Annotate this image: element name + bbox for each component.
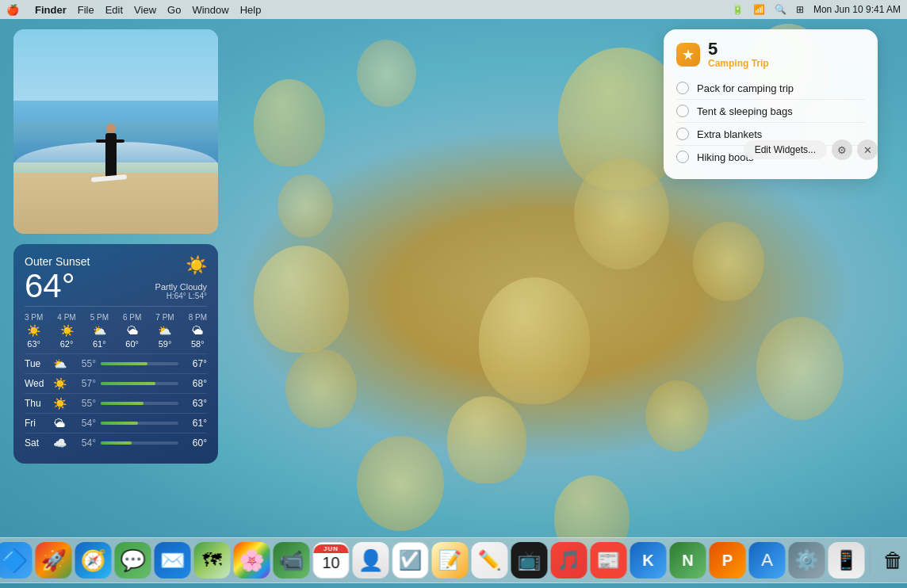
daily-high: 67° (183, 358, 207, 369)
dock-settings[interactable]: ⚙️ (789, 542, 825, 578)
weather-location: Outer Sunset (25, 255, 90, 268)
daily-row: Wed ☀️ 57° 68° (25, 373, 207, 393)
dock-music[interactable]: 🎵 (551, 542, 587, 578)
dock-photos[interactable]: 🌸 (234, 542, 270, 578)
daily-bar-container (101, 362, 178, 365)
daily-weather-icon: ☁️ (52, 437, 67, 449)
go-menu[interactable]: Go (167, 4, 181, 16)
daily-row: Sat ☁️ 54° 60° (25, 433, 207, 452)
dock: 🔷 🚀 🧭 💬 ✉️ 🗺 🌸 📹 JUN 10 👤 ☑️ 📝 (0, 537, 907, 583)
hourly-weather-icon: ⛅ (93, 324, 106, 337)
widget-close-button[interactable]: ✕ (857, 139, 878, 160)
dock-keynote[interactable]: K (630, 542, 667, 578)
weather-hilo: H:64° L:54° (155, 292, 207, 300)
reminder-checkbox[interactable] (676, 82, 689, 94)
widget-controls: Edit Widgets... ⚙ ✕ (744, 139, 878, 160)
reminders-count: 5 (708, 40, 769, 58)
daily-low: 55° (72, 358, 96, 369)
reminder-checkbox[interactable] (676, 105, 689, 117)
reminders-app-icon (676, 43, 700, 67)
view-menu[interactable]: View (134, 4, 156, 16)
dock-pages[interactable]: P (710, 542, 746, 578)
reminder-item: Pack for camping trip (676, 77, 865, 100)
hourly-weather-icon: ☀️ (27, 324, 40, 337)
daily-bar-container (101, 402, 178, 405)
hourly-item: 7 PM ⛅ 59° (155, 313, 174, 349)
hourly-item: 3 PM ☀️ 63° (25, 313, 43, 349)
hourly-time: 7 PM (155, 313, 174, 322)
search-icon[interactable]: 🔍 (775, 4, 786, 15)
daily-low: 54° (72, 418, 96, 429)
daily-bar-container (101, 382, 178, 385)
reminders-header: 5 Camping Trip (676, 40, 865, 69)
hourly-temp: 62° (60, 339, 74, 349)
daily-high: 61° (183, 418, 207, 429)
daily-row: Fri 🌥 54° 61° (25, 413, 207, 433)
apple-menu[interactable]: 🍎 (6, 4, 19, 16)
dock-appletv[interactable]: 📺 (511, 542, 548, 578)
hourly-weather-icon: 🌥 (192, 324, 203, 337)
daily-weather-icon: 🌥 (52, 417, 67, 430)
dock-divider (870, 546, 871, 575)
hourly-forecast: 3 PM ☀️ 63° 4 PM ☀️ 62° 5 PM ⛅ 61° 6 PM … (25, 306, 207, 349)
help-menu[interactable]: Help (240, 4, 262, 16)
dock-calendar[interactable]: JUN 10 (313, 542, 350, 578)
daily-bar (101, 441, 132, 445)
dock-appstore[interactable]: A (749, 542, 786, 578)
reminder-text: Pack for camping trip (697, 82, 794, 94)
dock-facetime[interactable]: 📹 (274, 542, 310, 578)
daily-bar (101, 382, 155, 385)
daily-day: Fri (25, 418, 47, 429)
dock-launchpad[interactable]: 🚀 (36, 542, 72, 578)
hourly-weather-icon: 🌥 (127, 324, 138, 337)
edit-widgets-button[interactable]: Edit Widgets... (744, 140, 827, 159)
dock-notes[interactable]: 📝 (432, 542, 469, 578)
hourly-temp: 63° (27, 339, 40, 349)
dock-safari[interactable]: 🧭 (75, 542, 112, 578)
hourly-weather-icon: ☀️ (60, 324, 74, 337)
file-menu[interactable]: File (78, 4, 94, 16)
photo-widget (13, 29, 218, 234)
daily-weather-icon: ☀️ (52, 397, 67, 410)
dock-contacts[interactable]: 👤 (353, 542, 389, 578)
close-icon: ✕ (863, 144, 872, 156)
reminder-checkbox[interactable] (676, 151, 689, 163)
reminder-text: Tent & sleeping bags (697, 105, 793, 117)
hourly-item: 8 PM 🌥 58° (189, 313, 207, 349)
wifi-icon[interactable]: 📶 (753, 4, 765, 15)
reminder-item: Tent & sleeping bags (676, 100, 865, 123)
hourly-temp: 60° (125, 339, 139, 349)
hourly-item: 4 PM ☀️ 62° (57, 313, 75, 349)
dock-mail[interactable]: ✉️ (155, 542, 191, 578)
dock-reminders[interactable]: ☑️ (392, 542, 429, 578)
daily-bar (101, 362, 147, 365)
daily-day: Wed (25, 378, 47, 389)
reminders-list-name: Camping Trip (708, 58, 769, 69)
dock-news[interactable]: 📰 (591, 542, 627, 578)
dock-maps[interactable]: 🗺 (194, 542, 231, 578)
dock-finder[interactable]: 🔷 (0, 542, 33, 578)
app-name-menu[interactable]: Finder (35, 4, 67, 16)
control-center-icon[interactable]: ⊞ (796, 4, 804, 15)
hourly-temp: 59° (159, 339, 172, 349)
daily-forecast: Tue ⛅ 55° 67° Wed ☀️ 57° 68° Thu ☀️ 55° … (25, 353, 207, 452)
hourly-temp: 61° (93, 339, 106, 349)
daily-high: 68° (183, 378, 207, 389)
window-menu[interactable]: Window (192, 4, 228, 16)
widget-settings-button[interactable]: ⚙ (832, 139, 852, 160)
hourly-time: 6 PM (123, 313, 141, 322)
daily-day: Thu (25, 398, 47, 409)
dock-trash[interactable]: 🗑 (875, 542, 908, 578)
dock-numbers[interactable]: N (670, 542, 706, 578)
datetime-display: Mon Jun 10 9:41 AM (813, 4, 901, 15)
daily-row: Tue ⛅ 55° 67° (25, 353, 207, 373)
hourly-time: 3 PM (25, 313, 43, 322)
reminder-checkbox[interactable] (676, 128, 689, 140)
dock-freeform[interactable]: ✏️ (472, 542, 508, 578)
dock-messages[interactable]: 💬 (115, 542, 151, 578)
dock-iphone-mirror[interactable]: 📱 (829, 542, 865, 578)
edit-menu[interactable]: Edit (105, 4, 123, 16)
weather-condition: Partly Cloudy (155, 276, 207, 292)
battery-icon[interactable]: 🔋 (732, 4, 744, 15)
daily-day: Tue (25, 358, 47, 369)
